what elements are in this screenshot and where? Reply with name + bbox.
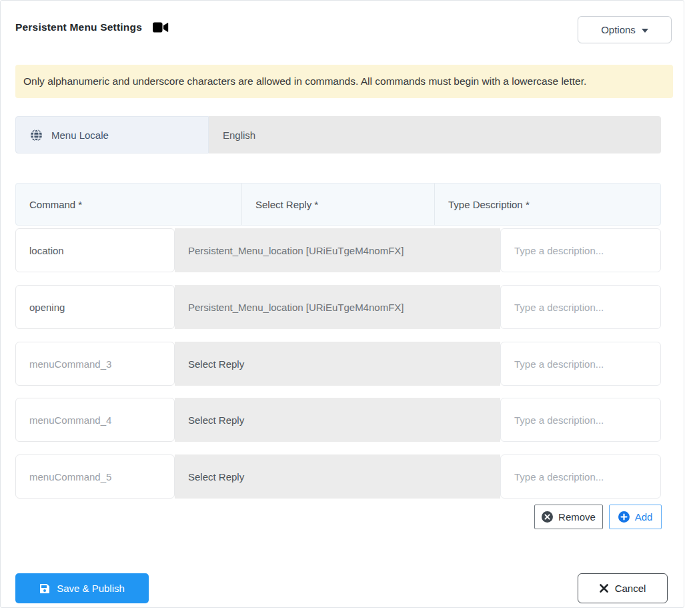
command-input[interactable] — [15, 342, 175, 386]
select-reply-field[interactable]: Persistent_Menu_location [URiEuTgeM4nomF… — [175, 285, 500, 329]
video-camera-icon — [153, 22, 169, 33]
table-header-row: Command * Select Reply * Type Descriptio… — [15, 183, 661, 226]
options-button-label: Options — [601, 24, 636, 35]
select-reply-field[interactable]: Select Reply — [175, 454, 500, 499]
options-button[interactable]: Options — [578, 16, 672, 43]
select-reply-field[interactable]: Select Reply — [175, 398, 500, 442]
chevron-down-icon — [642, 29, 648, 33]
command-input[interactable] — [15, 454, 175, 499]
select-reply-value: Select Reply — [188, 358, 244, 370]
persistent-menu-settings-card: Persistent Menu Settings Options Only al… — [0, 0, 684, 608]
table-row: Select Reply — [15, 398, 661, 442]
column-header-select-reply: Select Reply * — [242, 184, 435, 225]
table-row: Select Reply — [15, 454, 661, 499]
warning-banner-text: Only alphanumeric and underscore charact… — [23, 75, 586, 87]
remove-button-label: Remove — [558, 511, 596, 523]
menu-locale-label-text: Menu Locale — [51, 129, 109, 141]
description-input[interactable] — [500, 454, 661, 499]
add-button-label: Add — [635, 511, 653, 523]
menu-locale-label: Menu Locale — [15, 116, 209, 153]
column-header-command: Command * — [16, 184, 242, 225]
save-icon — [39, 583, 50, 594]
menu-locale-value: English — [209, 116, 661, 153]
description-input[interactable] — [500, 228, 661, 272]
menu-locale-row: Menu Locale English — [15, 116, 661, 153]
description-input[interactable] — [500, 285, 661, 329]
cancel-button[interactable]: Cancel — [578, 573, 668, 603]
header: Persistent Menu Settings — [15, 21, 169, 33]
warning-banner: Only alphanumeric and underscore charact… — [15, 65, 673, 98]
select-reply-value: Persistent_Menu_location [URiEuTgeM4nomF… — [188, 245, 404, 256]
table-row: Select Reply — [15, 342, 661, 386]
globe-icon — [30, 129, 43, 141]
select-reply-field[interactable]: Persistent_Menu_location [URiEuTgeM4nomF… — [175, 228, 500, 272]
description-input[interactable] — [500, 342, 661, 386]
save-publish-label: Save & Publish — [57, 583, 125, 594]
remove-row-button[interactable]: Remove — [534, 505, 603, 529]
command-input[interactable] — [15, 228, 175, 272]
select-reply-value: Select Reply — [188, 471, 244, 483]
circle-x-icon — [542, 511, 553, 523]
cancel-button-label: Cancel — [615, 583, 646, 594]
menu-locale-value-text: English — [223, 129, 255, 141]
circle-plus-icon — [618, 511, 630, 523]
add-row-button[interactable]: Add — [609, 505, 662, 529]
row-actions: Remove Add — [534, 505, 662, 529]
table-row: Persistent_Menu_location [URiEuTgeM4nomF… — [15, 285, 661, 329]
page-title: Persistent Menu Settings — [15, 21, 142, 33]
close-icon — [600, 584, 608, 593]
select-reply-value: Select Reply — [188, 414, 244, 426]
command-input[interactable] — [15, 285, 175, 329]
select-reply-field[interactable]: Select Reply — [175, 342, 500, 386]
save-publish-button[interactable]: Save & Publish — [15, 573, 149, 603]
table-row: Persistent_Menu_location [URiEuTgeM4nomF… — [15, 228, 661, 272]
select-reply-value: Persistent_Menu_location [URiEuTgeM4nomF… — [188, 302, 404, 313]
description-input[interactable] — [500, 398, 661, 442]
column-header-type-description: Type Description * — [435, 184, 660, 225]
command-input[interactable] — [15, 398, 175, 442]
